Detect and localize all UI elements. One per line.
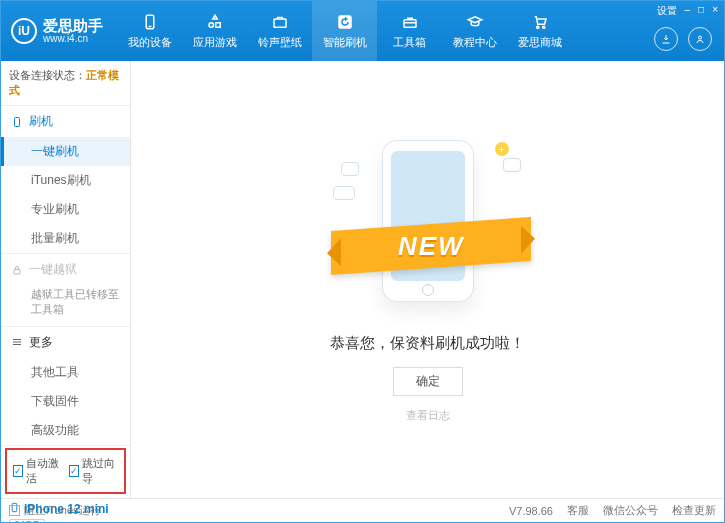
header-right-buttons xyxy=(654,27,712,51)
graduation-icon xyxy=(466,13,484,31)
sidebar-item-oneclick-flash[interactable]: 一键刷机 xyxy=(1,137,130,166)
user-button[interactable] xyxy=(688,27,712,51)
nav-tutorials[interactable]: 教程中心 xyxy=(442,1,507,61)
svg-rect-11 xyxy=(14,269,20,274)
footer-wechat[interactable]: 微信公众号 xyxy=(603,503,658,518)
close-button[interactable]: × xyxy=(712,4,718,18)
svg-rect-3 xyxy=(215,22,220,27)
minimize-button[interactable]: – xyxy=(685,4,691,18)
app-name: 爱思助手 xyxy=(43,18,103,33)
success-message: 恭喜您，保资料刷机成功啦！ xyxy=(330,334,525,353)
nav-store[interactable]: 爱思商城 xyxy=(507,1,572,61)
phone-icon xyxy=(11,116,23,128)
app-url: www.i4.cn xyxy=(43,33,103,45)
nav-apps-games[interactable]: 应用游戏 xyxy=(182,1,247,61)
app-logo: iU 爱思助手 www.i4.cn xyxy=(1,18,117,45)
success-illustration: + NEW xyxy=(313,136,543,306)
checkbox-row: ✓自动激活 ✓跳过向导 xyxy=(5,448,126,494)
sidebar-section-more[interactable]: 更多 xyxy=(1,327,130,358)
svg-point-2 xyxy=(209,22,214,27)
svg-point-9 xyxy=(699,36,702,39)
logo-icon: iU xyxy=(11,18,37,44)
sidebar-item-pro-flash[interactable]: 专业刷机 xyxy=(1,195,130,224)
window-controls: 设置 – □ × xyxy=(657,4,718,18)
sidebar-section-jailbreak: 一键越狱 xyxy=(1,254,130,285)
nav-toolbox[interactable]: 工具箱 xyxy=(377,1,442,61)
sidebar-item-other-tools[interactable]: 其他工具 xyxy=(1,358,130,387)
view-log-link[interactable]: 查看日志 xyxy=(406,408,450,423)
nav-ringtone-wallpaper[interactable]: 铃声壁纸 xyxy=(247,1,312,61)
sidebar-item-advanced[interactable]: 高级功能 xyxy=(1,416,130,445)
plus-icon: + xyxy=(495,142,509,156)
block-itunes-label: 阻止iTunes运行 xyxy=(24,503,101,518)
apps-icon xyxy=(206,13,224,31)
top-nav: 我的设备 应用游戏 铃声壁纸 智能刷机 工具箱 教程中心 爱思商城 xyxy=(117,1,572,61)
sidebar-item-itunes-flash[interactable]: iTunes刷机 xyxy=(1,166,130,195)
ok-button[interactable]: 确定 xyxy=(393,367,463,396)
svg-point-8 xyxy=(542,26,544,28)
sidebar-item-download-firmware[interactable]: 下载固件 xyxy=(1,387,130,416)
phone-icon xyxy=(141,13,159,31)
connection-status: 设备连接状态：正常模式 xyxy=(1,61,130,106)
version-label: V7.98.66 xyxy=(509,505,553,517)
checkbox-auto-activate[interactable]: ✓自动激活 xyxy=(13,456,63,486)
footer-update[interactable]: 检查更新 xyxy=(672,503,716,518)
checkbox-block-itunes[interactable] xyxy=(9,505,20,516)
maximize-button[interactable]: □ xyxy=(698,4,704,18)
menu-icon xyxy=(11,336,23,348)
settings-icon[interactable]: 设置 xyxy=(657,4,677,18)
cart-icon xyxy=(531,13,549,31)
toolbox-icon xyxy=(401,13,419,31)
svg-rect-10 xyxy=(15,117,20,126)
refresh-icon xyxy=(336,13,354,31)
svg-point-7 xyxy=(536,26,538,28)
jailbreak-note: 越狱工具已转移至工具箱 xyxy=(1,285,130,326)
app-header: iU 爱思助手 www.i4.cn 我的设备 应用游戏 铃声壁纸 智能刷机 工具… xyxy=(1,1,724,61)
download-button[interactable] xyxy=(654,27,678,51)
main-content: + NEW 恭喜您，保资料刷机成功啦！ 确定 查看日志 xyxy=(131,61,724,498)
lock-icon xyxy=(11,264,23,276)
sidebar-section-flash[interactable]: 刷机 xyxy=(1,106,130,137)
footer-service[interactable]: 客服 xyxy=(567,503,589,518)
checkbox-skip-guide[interactable]: ✓跳过向导 xyxy=(69,456,119,486)
nav-my-device[interactable]: 我的设备 xyxy=(117,1,182,61)
nav-smart-flash[interactable]: 智能刷机 xyxy=(312,1,377,61)
sidebar-item-batch-flash[interactable]: 批量刷机 xyxy=(1,224,130,253)
briefcase-icon xyxy=(271,13,289,31)
device-storage: 64GB xyxy=(9,519,45,523)
sidebar: 设备连接状态：正常模式 刷机 一键刷机 iTunes刷机 专业刷机 批量刷机 一… xyxy=(1,61,131,498)
svg-rect-4 xyxy=(274,19,286,27)
new-ribbon: NEW xyxy=(331,217,531,275)
